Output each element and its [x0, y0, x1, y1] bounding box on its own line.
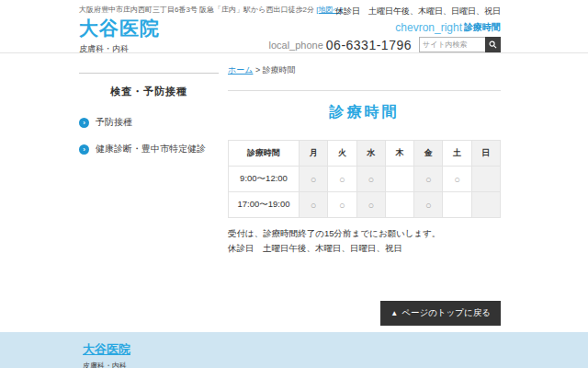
col-header-time: 診療時間: [229, 141, 300, 167]
schedule-cell: ○: [414, 192, 443, 218]
col-header-sun: 日: [471, 141, 500, 167]
search-button[interactable]: [485, 37, 501, 52]
table-header-row: 診療時間 月 火 水 木 金 土 日: [229, 141, 501, 167]
main-content: ホーム > 診療時間 診療時間 診療時間 月 火 水 木 金 土 日 9:00〜…: [228, 64, 501, 255]
footer-clinic-link[interactable]: 大谷医院: [83, 341, 130, 358]
schedule-cell: ○: [356, 192, 385, 218]
schedule-notes: 受付は、診療時間終了の15分前までにお願いします。 休診日 土曜日午後、木曜日、…: [228, 226, 501, 255]
col-header-sat: 土: [443, 141, 471, 167]
schedule-cell: [471, 192, 500, 218]
schedule-cell: [443, 192, 471, 218]
back-to-top-label: ページのトップに戻る: [401, 307, 491, 319]
sidebar-item-vaccination[interactable]: › 予防接種: [79, 116, 219, 129]
sidebar-heading: 検査・予防接種: [79, 74, 219, 98]
sidebar-list: › 予防接種 › 健康診断・豊中市特定健診: [79, 116, 219, 155]
contact-row: local_phone 06-6331-1796: [268, 37, 501, 52]
schedule-cell: ○: [414, 167, 443, 192]
triangle-up-icon: ▲: [390, 309, 398, 317]
breadcrumb: ホーム > 診療時間: [228, 64, 501, 76]
breadcrumb-current: 診療時間: [263, 65, 296, 75]
schedule-cell: ○: [356, 167, 385, 192]
footer-inner: 大谷医院 皮膚科・内科: [0, 332, 588, 368]
schedule-cell: [385, 167, 413, 192]
col-header-wed: 水: [356, 141, 385, 167]
site-header: 大阪府豊中市庄内西町三丁目6番3号 阪急「庄内」駅から西出口徒歩2分 [地図へ]…: [0, 0, 588, 53]
sidebar-item-label: 予防接種: [96, 116, 132, 129]
closed-days-notice: 休診日 土曜日午後、木曜日、日曜日、祝日: [268, 6, 501, 17]
schedule-cell: ○: [300, 167, 328, 192]
col-header-fri: 金: [414, 141, 443, 167]
sidebar-item-checkup[interactable]: › 健康診断・豊中市特定健診: [79, 143, 219, 155]
site-search: [419, 37, 501, 52]
search-input[interactable]: [419, 37, 485, 52]
page: 大阪府豊中市庄内西町三丁目6番3号 阪急「庄内」駅から西出口徒歩2分 [地図へ]…: [0, 0, 588, 368]
footer-departments: 皮膚科・内科: [83, 361, 588, 368]
site-footer: 大谷医院 皮膚科・内科: [0, 332, 588, 368]
note-closed-days: 休診日 土曜日午後、木曜日、日曜日、祝日: [228, 241, 501, 256]
phone-number: 06-6331-1796: [326, 38, 412, 52]
time-slot: 17:00〜19:00: [229, 192, 300, 218]
breadcrumb-home-link[interactable]: ホーム: [228, 65, 253, 75]
col-header-mon: 月: [300, 141, 328, 167]
phone-icon: local_phone: [268, 40, 322, 51]
schedule-cell: ○: [328, 192, 356, 218]
schedule-cell: ○: [328, 167, 356, 192]
sidebar-item-label: 健康診断・豊中市特定健診: [96, 143, 206, 155]
time-slot: 9:00〜12:00: [229, 167, 300, 192]
schedule-cell: ○: [300, 192, 328, 218]
nav-link-hours[interactable]: chevron_right 診療時間: [268, 21, 501, 34]
chevron-right-circle-icon: ›: [79, 118, 89, 128]
sidebar: 検査・予防接種 › 予防接種 › 健康診断・豊中市特定健診: [79, 73, 219, 169]
breadcrumb-separator: >: [255, 65, 260, 75]
col-header-thu: 木: [385, 141, 413, 167]
schedule-table: 診療時間 月 火 水 木 金 土 日 9:00〜12:00 ○ ○ ○ ○ ○ …: [228, 140, 501, 218]
page-title: 診療時間: [228, 103, 501, 122]
schedule-cell: [471, 167, 500, 192]
schedule-cell: ○: [443, 167, 471, 192]
table-row-evening: 17:00〜19:00 ○ ○ ○ ○: [229, 192, 501, 218]
chevron-right-icon: chevron_right: [395, 21, 462, 34]
schedule-cell: [385, 192, 413, 218]
content-divider: [228, 90, 501, 91]
note-reception: 受付は、診療時間終了の15分前までにお願いします。: [228, 226, 501, 241]
col-header-tue: 火: [328, 141, 356, 167]
back-to-top-button[interactable]: ▲ ページのトップに戻る: [380, 301, 501, 326]
chevron-right-circle-icon: ›: [79, 144, 89, 155]
nav-link-label: 診療時間: [464, 21, 501, 34]
search-icon: [489, 38, 497, 52]
header-right: 休診日 土曜日午後、木曜日、日曜日、祝日 chevron_right 診療時間 …: [268, 6, 501, 52]
table-row-morning: 9:00〜12:00 ○ ○ ○ ○ ○: [229, 167, 501, 192]
